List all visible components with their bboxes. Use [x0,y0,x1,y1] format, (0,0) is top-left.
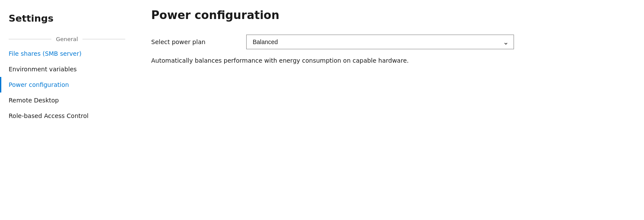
power-plan-dropdown[interactable]: Balanced High performance Power saver [246,35,514,49]
sidebar-item-file-shares[interactable]: File shares (SMB server) [0,46,134,61]
form-label: Select power plan [151,38,238,45]
sidebar-item-remote-desktop[interactable]: Remote Desktop [0,92,134,108]
sidebar: Settings General File shares (SMB server… [0,0,134,220]
sidebar-item-role-based-access[interactable]: Role-based Access Control [0,108,134,124]
dropdown-container: Balanced High performance Power saver ⌄ [246,35,514,49]
page-title: Power configuration [151,9,627,22]
form-row: Select power plan Balanced High performa… [151,35,627,49]
sidebar-section-label: General [0,32,134,46]
sidebar-item-power-configuration[interactable]: Power configuration [0,77,134,92]
sidebar-title: Settings [0,9,134,32]
description-text: Automatically balances performance with … [151,56,627,65]
main-content: Power configuration Select power plan Ba… [134,0,644,220]
sidebar-item-env-variables[interactable]: Environment variables [0,61,134,77]
